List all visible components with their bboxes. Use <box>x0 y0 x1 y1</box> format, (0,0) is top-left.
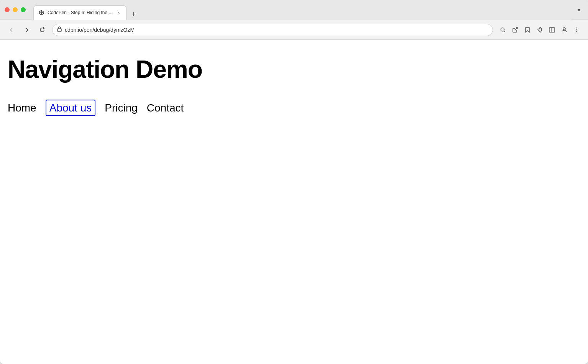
nav-link-home[interactable]: Home <box>8 102 36 114</box>
svg-line-1 <box>39 12 41 13</box>
page-title: Navigation Demo <box>8 55 580 84</box>
title-bar: CodePen - Step 6: Hiding the ... × + ▾ <box>0 0 588 20</box>
nav-link-pricing[interactable]: Pricing <box>105 102 138 114</box>
nav-item-pricing: Pricing <box>105 102 138 114</box>
url-text: cdpn.io/pen/debug/dymzOzM <box>65 27 488 33</box>
traffic-lights <box>5 7 26 12</box>
svg-point-10 <box>563 28 565 30</box>
bookmark-button[interactable] <box>522 25 533 35</box>
url-actions <box>498 25 582 35</box>
svg-point-12 <box>576 29 577 30</box>
dropdown-icon[interactable]: ▾ <box>574 5 583 15</box>
minimize-button[interactable] <box>13 7 18 12</box>
back-button[interactable] <box>6 25 17 35</box>
page-content: Navigation Demo Home About us Pricing Co… <box>0 40 588 364</box>
more-menu-button[interactable] <box>571 25 582 35</box>
svg-point-11 <box>576 27 577 28</box>
tab-close-button[interactable]: × <box>115 10 122 16</box>
svg-rect-4 <box>57 29 61 31</box>
tab-title: CodePen - Step 6: Hiding the ... <box>48 10 112 15</box>
url-bar[interactable]: cdpn.io/pen/debug/dymzOzM <box>52 24 493 36</box>
svg-point-5 <box>501 28 504 31</box>
tab-favicon <box>38 10 44 16</box>
svg-line-6 <box>504 31 506 32</box>
share-button[interactable] <box>510 25 521 35</box>
nav-bar: cdpn.io/pen/debug/dymzOzM <box>0 20 588 40</box>
nav-links-list: Home About us Pricing Contact <box>8 102 580 114</box>
nav-link-contact[interactable]: Contact <box>147 102 184 114</box>
nav-item-contact: Contact <box>147 102 184 114</box>
lock-icon <box>57 26 62 33</box>
sidebar-toggle-button[interactable] <box>547 25 557 35</box>
search-button[interactable] <box>498 25 508 35</box>
profile-button[interactable] <box>559 25 570 35</box>
nav-links: Home About us Pricing Contact <box>8 102 580 114</box>
svg-line-2 <box>41 12 44 13</box>
nav-item-about: About us <box>46 102 96 114</box>
active-tab[interactable]: CodePen - Step 6: Hiding the ... × <box>33 5 126 20</box>
svg-point-13 <box>576 31 577 32</box>
tab-bar: CodePen - Step 6: Hiding the ... × + <box>32 0 571 20</box>
browser-window: CodePen - Step 6: Hiding the ... × + ▾ <box>0 0 588 364</box>
extension-button[interactable] <box>534 25 545 35</box>
forward-button[interactable] <box>21 25 32 35</box>
reload-button[interactable] <box>37 25 48 35</box>
nav-item-home: Home <box>8 102 36 114</box>
svg-rect-8 <box>549 28 555 32</box>
nav-link-about[interactable]: About us <box>46 100 96 116</box>
svg-marker-7 <box>526 28 529 32</box>
close-button[interactable] <box>5 7 10 12</box>
maximize-button[interactable] <box>21 7 26 12</box>
title-bar-right: ▾ <box>574 5 583 15</box>
new-tab-button[interactable]: + <box>128 9 139 20</box>
